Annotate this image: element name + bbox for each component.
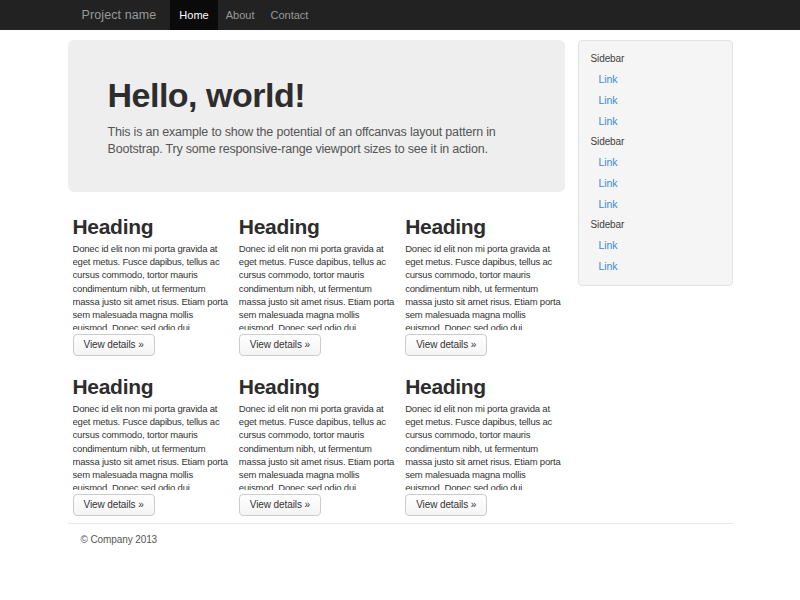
cards-row-2: Heading Donec id elit non mi porta gravi… bbox=[68, 374, 565, 516]
card-body-text: Donec id elit non mi porta gravida at eg… bbox=[405, 242, 564, 330]
view-details-button[interactable]: View details » bbox=[405, 494, 487, 516]
navbar-menu: HomeAboutContact bbox=[170, 0, 316, 30]
sidebar-link[interactable]: Link bbox=[591, 152, 720, 173]
sidebar-link[interactable]: Link bbox=[591, 194, 720, 215]
card-body-text: Donec id elit non mi porta gravida at eg… bbox=[405, 402, 564, 490]
sidebar-header-1: Sidebar bbox=[591, 49, 720, 69]
navbar: Project name HomeAboutContact bbox=[0, 0, 800, 30]
card-body-text: Donec id elit non mi porta gravida at eg… bbox=[73, 242, 232, 330]
sidebar-link[interactable]: Link bbox=[591, 111, 720, 132]
view-details-button[interactable]: View details » bbox=[73, 494, 155, 516]
navbar-inner: Project name HomeAboutContact bbox=[68, 0, 733, 30]
page-container: Hello, world! This is an example to show… bbox=[68, 30, 733, 545]
sidebar: SidebarLinkLinkLinkSidebarLinkLinkLinkSi… bbox=[578, 40, 733, 286]
view-details-button[interactable]: View details » bbox=[239, 494, 321, 516]
sidebar-link[interactable]: Link bbox=[591, 69, 720, 90]
card-body-text: Donec id elit non mi porta gravida at eg… bbox=[239, 242, 398, 330]
card-heading: Heading bbox=[73, 214, 232, 240]
jumbotron-description: This is an example to show the potential… bbox=[108, 124, 535, 159]
view-details-button[interactable]: View details » bbox=[405, 334, 487, 356]
view-details-button[interactable]: View details » bbox=[73, 334, 155, 356]
sidebar-link[interactable]: Link bbox=[591, 90, 720, 111]
sidebar-link[interactable]: Link bbox=[591, 256, 720, 277]
nav-item-contact[interactable]: Contact bbox=[262, 0, 316, 30]
card-heading: Heading bbox=[239, 214, 398, 240]
card-heading: Heading bbox=[239, 374, 398, 400]
card-body-text: Donec id elit non mi porta gravida at eg… bbox=[73, 402, 232, 490]
content-card: Heading Donec id elit non mi porta gravi… bbox=[73, 374, 232, 516]
content-card: Heading Donec id elit non mi porta gravi… bbox=[73, 214, 232, 356]
footer-divider bbox=[68, 523, 733, 524]
sidebar-header-3: Sidebar bbox=[591, 215, 720, 235]
view-details-button[interactable]: View details » bbox=[239, 334, 321, 356]
sidebar-link[interactable]: Link bbox=[591, 235, 720, 256]
jumbotron: Hello, world! This is an example to show… bbox=[68, 40, 565, 192]
footer: © Company 2013 bbox=[68, 523, 733, 545]
card-heading: Heading bbox=[73, 374, 232, 400]
content-card: Heading Donec id elit non mi porta gravi… bbox=[239, 374, 398, 516]
navbar-brand[interactable]: Project name bbox=[68, 0, 171, 30]
card-heading: Heading bbox=[405, 214, 564, 240]
content-column: Hello, world! This is an example to show… bbox=[68, 30, 565, 516]
sidebar-link[interactable]: Link bbox=[591, 173, 720, 194]
card-heading: Heading bbox=[405, 374, 564, 400]
content-card: Heading Donec id elit non mi porta gravi… bbox=[405, 214, 564, 356]
nav-item-home[interactable]: Home bbox=[170, 0, 217, 30]
nav-item-about[interactable]: About bbox=[218, 0, 263, 30]
content-card: Heading Donec id elit non mi porta gravi… bbox=[239, 214, 398, 356]
content-card: Heading Donec id elit non mi porta gravi… bbox=[405, 374, 564, 516]
sidebar-header-2: Sidebar bbox=[591, 132, 720, 152]
footer-copyright: © Company 2013 bbox=[81, 534, 733, 545]
main-row: Hello, world! This is an example to show… bbox=[68, 30, 733, 516]
cards-row-1: Heading Donec id elit non mi porta gravi… bbox=[68, 214, 565, 356]
card-body-text: Donec id elit non mi porta gravida at eg… bbox=[239, 402, 398, 490]
jumbotron-title: Hello, world! bbox=[108, 76, 535, 114]
